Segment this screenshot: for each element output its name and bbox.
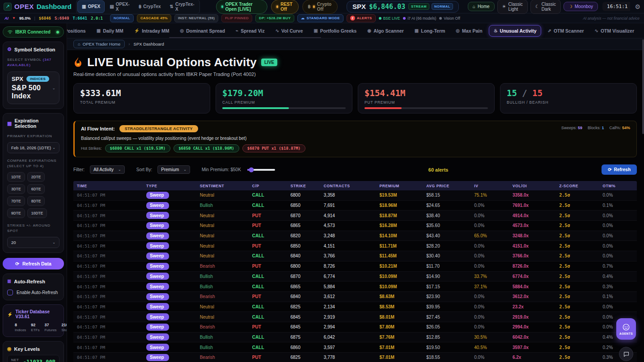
tab-otm-visualizer[interactable]: ∿OTM Visualizer [590, 25, 639, 36]
classic-light-button[interactable]: ☀Classic Light [497, 0, 528, 14]
table-row[interactable]: 04:51:07 PMSweepNeutralCALL68203,248$14.… [73, 231, 637, 241]
dte-option-9dte[interactable]: 9DTE [7, 208, 25, 218]
cell-contracts: 2,134 [320, 304, 376, 309]
dte-option-8dte[interactable]: 8DTE [27, 196, 45, 206]
tab-unusual-activity[interactable]: ♨Unusual Activity [489, 25, 542, 37]
target-icon: ◉ [7, 346, 12, 352]
table-row[interactable]: 04:51:07 PMSweepBullishCALL68507,691$18.… [73, 201, 637, 211]
cell-time: 04:51:07 PM [73, 335, 143, 340]
dte-option-7dte[interactable]: 7DTE [7, 196, 25, 206]
sliders-icon: ≣ [7, 278, 11, 284]
sweep-badge: Sweep [146, 222, 169, 229]
table-row[interactable]: 04:51:07 PMSweepBearishPUT68008,726$10.2… [73, 261, 637, 272]
table-row[interactable]: 04:51:07 PMSweepBullishCALL68655,884$10.… [73, 282, 637, 292]
clock: 16:51:1 [602, 2, 630, 11]
cell-strike: 6845 [287, 324, 320, 329]
slider-thumb[interactable] [249, 167, 254, 172]
status-button-crypto-off[interactable]: ฿Crypto Off [302, 0, 338, 14]
sweep-badge: Sweep [146, 293, 169, 300]
cell-strike: 6865 [287, 223, 320, 228]
table-row[interactable]: 04:51:07 PMSweepBearishPUT68253,778$7.01… [73, 353, 637, 362]
tab-vol-curve[interactable]: ∿Vol Curve [271, 25, 308, 36]
cell-contracts: 3,778 [320, 355, 376, 360]
table-row[interactable]: 04:51:07 PMSweepNeutralCALL68452,919$8.0… [73, 312, 637, 322]
sweep-badge: Sweep [146, 283, 169, 290]
table-row[interactable]: 04:51:07 PMSweepBullishCALL68603,597$7.0… [73, 342, 637, 353]
table-refresh-button[interactable]: ⟳ Refresh [602, 164, 637, 175]
table-row[interactable]: 04:51:07 PMSweepNeutralCALL68003,358$19.… [73, 190, 637, 201]
breadcrumb-separator: › [128, 42, 130, 46]
cell-vol-oi: 3766.0x [509, 253, 556, 258]
table-row[interactable]: 04:51:07 PMSweepNeutralCALL68403,766$11.… [73, 251, 637, 261]
cell-strike: 6840 [287, 253, 320, 258]
column-header-avg-price: AVG PRICE [423, 184, 470, 188]
tab-long-term[interactable]: ▦Long-Term [410, 25, 450, 36]
breadcrumb-home-link[interactable]: ⌂ OPEX Trader Home [73, 40, 125, 48]
dte-option-3dte[interactable]: 3DTE [7, 184, 25, 194]
dte-option-2dte[interactable]: 2DTE [27, 172, 45, 182]
table-row[interactable]: 04:51:07 PMSweepNeutralPUT68654,573$16.2… [73, 221, 637, 231]
tab-otm-scanner[interactable]: ⇗OTM Scanner [543, 25, 588, 36]
tab-portfolio-greeks[interactable]: ▣Portfolio Greeks [309, 25, 361, 36]
tab-spread-viz[interactable]: ⌁Spread Viz [231, 25, 269, 36]
settings-gear-icon[interactable]: ⚙ [635, 3, 640, 10]
dte-option-10dte[interactable]: 10DTE [27, 208, 47, 218]
table-row[interactable]: 04:51:07 PMSweepBullishCALL68706,774$10.… [73, 272, 637, 282]
page-title: LIVE Unusual Options Activity [87, 55, 257, 69]
app-tab-cryptex[interactable]: ฿CrypTex [135, 0, 165, 13]
table-row[interactable]: 04:51:07 PMSweepNeutralPUT68704,914$18.8… [73, 210, 637, 221]
auto-refresh-checkbox[interactable] [7, 290, 13, 295]
min-premium-slider[interactable] [247, 169, 275, 171]
dte-option-6dte[interactable]: 6DTE [27, 184, 45, 194]
cell-avg-price: $30.40 [423, 253, 470, 258]
top-bar: ↗ OPEX Dashboard ▥OPEX▤OPEX-X฿CrypTex⇅Cr… [0, 0, 644, 13]
cell-sentiment: Neutral [196, 304, 249, 309]
status-button-opex-trader-open-live-[interactable]: OPEX Trader Open [LIVE] [216, 0, 268, 14]
table-row[interactable]: 04:51:07 PMSweepNeutralCALL68252,134$8.5… [73, 302, 637, 312]
table-row[interactable]: 04:51:07 PMSweepBearishPUT68452,994$7.80… [73, 322, 637, 333]
moonboy-button[interactable]: ☽Moonboy [564, 2, 598, 11]
tab-daily-mm[interactable]: ▦Daily MM [92, 25, 128, 36]
tab-dominant-spread[interactable]: ◎Dominant Spread [175, 25, 229, 36]
sort-select[interactable]: Premium⌄ [157, 165, 190, 174]
cell-iv: 30.5% [470, 335, 509, 340]
symbol-name: S&P 500 Index [12, 84, 55, 100]
cell-vol-oi: 4151.0x [509, 244, 556, 248]
table-row[interactable]: 04:51:07 PMSweepNeutralPUT68504,151$11.7… [73, 241, 637, 251]
coin-icon: ฿ [308, 4, 310, 9]
tab-max-pain[interactable]: ◎Max Pain [451, 25, 487, 36]
agents-button[interactable]: AGENTS [616, 318, 636, 340]
nav-horizontal-scrollbar[interactable] [169, 37, 321, 38]
table-row[interactable]: 04:51:07 PMSweepBearishPUT68403,612$8.63… [73, 292, 637, 302]
cell-sentiment: Neutral [196, 223, 249, 228]
app-tab-cryptex-x[interactable]: ⇅CrypTex-X [166, 0, 199, 13]
auto-refresh-checkbox-label: Enable Auto-Refresh [17, 290, 58, 295]
ticker-symbol: SPX [352, 3, 366, 10]
chat-button[interactable] [619, 347, 633, 361]
tab-positions[interactable]: ▤Positions [67, 25, 90, 36]
theme-button-label: Home [478, 4, 490, 9]
key-levels-title: Key Levels [14, 346, 40, 352]
cell-otm: 0.1% [599, 203, 637, 208]
cell-iv: 40.5% [470, 345, 509, 350]
home-button[interactable]: ⌂Home [468, 2, 495, 11]
status-button-rest-off[interactable]: REST Off [271, 0, 299, 14]
strikes-select[interactable]: 20⌄ [7, 237, 59, 248]
activity-filter-select[interactable]: All Activity⌄ [90, 165, 125, 174]
refresh-data-button[interactable]: ⟳ Refresh Data [3, 258, 64, 269]
table-row[interactable]: 04:51:07 PMSweepBullishCALL68756,042$7.7… [73, 333, 637, 343]
tab-intraday-mm[interactable]: ⚡Intraday MM [130, 25, 174, 36]
cell-iv: 0.0% [470, 253, 509, 258]
theme-button-label: Classic Light [508, 2, 523, 12]
app-tab-opex[interactable]: ▥OPEX [77, 0, 105, 13]
tab-pro-chart[interactable]: ◫Pro Chart [640, 25, 644, 36]
primary-expiration-select[interactable]: Feb 18, 2026 (1DTE)⌄ [7, 142, 59, 153]
tab-algo-scanner[interactable]: ◉Algo Scanner [363, 25, 408, 36]
vertical-scrollbar[interactable] [642, 39, 644, 134]
classic-dark-button[interactable]: ☾Classic Dark [530, 0, 561, 14]
app-tab-opex-x[interactable]: ▤OPEX-X [106, 0, 134, 13]
symbol-dropdown[interactable]: SPX INDICES S&P 500 Index ⌄ [7, 72, 59, 104]
nav-label: Spread Viz [241, 28, 265, 34]
dte-option-1dte[interactable]: 1DTE [7, 172, 25, 182]
cell-iv: 0.0% [470, 264, 509, 269]
